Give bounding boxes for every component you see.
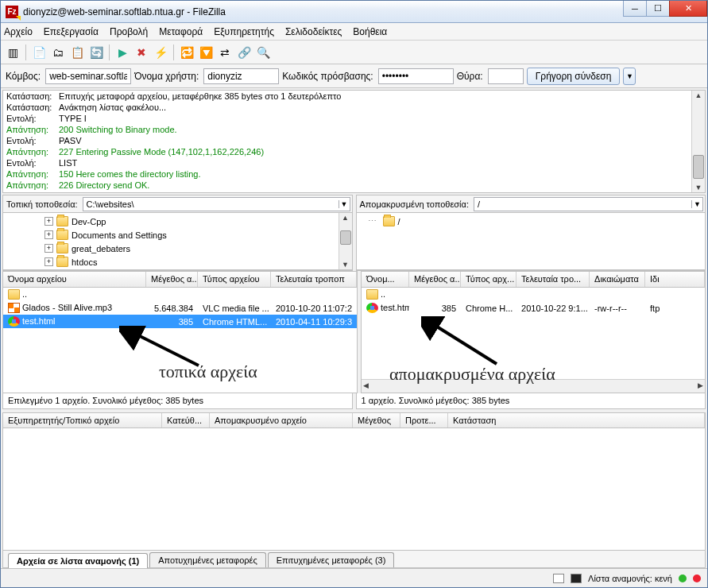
reconnect-icon[interactable]: 🔁 [178,44,195,61]
quickconnect-button[interactable]: Γρήγορη σύνδεση [527,68,621,85]
list-row[interactable]: test.html385Chrome H...2010-10-22 9:1...… [362,301,705,315]
minimize-button[interactable]: ─ [623,1,647,17]
log-line: Απάντηση:226 Directory send OK. [3,180,705,191]
tree-item[interactable]: +Documents and Settings [44,228,349,242]
quickconnect-bar: Κόμβος: Όνομα χρήστη: Κωδικός πρόσβασης:… [1,64,707,88]
local-pane: Τοπική τοποθεσία: C:\websites\ ▼ +Dev-Cp… [2,195,353,271]
host-label: Κόμβος: [6,71,41,82]
log-line: Εντολή:TYPE I [3,113,705,124]
tab-success[interactable]: Επιτυχημένες μεταφορές (3) [268,552,395,567]
toolbar: ▥ 📄 🗂 📋 🔄 ▶ ✖ ⚡ 🔁 🔽 ⇄ 🔗 🔍 [1,41,707,64]
toggle-queue-icon[interactable]: 📋 [68,44,86,61]
tab-queued[interactable]: Αρχεία σε λίστα αναμονής (1) [8,553,148,568]
toggle-log-icon[interactable]: 📄 [30,44,48,61]
tab-failed[interactable]: Αποτυχημένες μεταφορές [149,552,266,567]
local-status: Επιλεγμένο 1 αρχείο. Συνολικό μέγεθος: 3… [2,393,353,409]
tree-item[interactable]: +Dev-Cpp [44,215,349,228]
app-icon: Fz [6,6,18,18]
queue-header[interactable]: Εξυπηρετητής/Τοπικό αρχείο Κατεύθ... Απο… [2,412,706,428]
log-line: Κατάσταση:Λίστα φακέλου επιτυχής [3,191,705,193]
remote-path-input[interactable]: / ▼ [474,197,703,211]
user-label: Όνομα χρήστη: [134,71,199,82]
queue-tabs: Αρχεία σε λίστα αναμονής (1) Αποτυχημένε… [2,551,706,568]
compare-icon[interactable]: ⇄ [216,44,234,61]
activity-indicator-recv [679,574,687,582]
log-line: Απάντηση:227 Entering Passive Mode (147,… [3,146,705,157]
disconnect-icon[interactable]: ⚡ [152,44,169,61]
activity-indicator-send [693,574,701,582]
expand-icon[interactable]: + [44,257,53,266]
menu-view[interactable]: Προβολή [110,26,148,37]
menu-bookmarks[interactable]: Σελιδοδείκτες [285,26,342,37]
remote-pane: Απομακρυσμένη τοποθεσία: / ▼ ⋯ / [356,195,706,271]
log-pane: Κατάσταση:Επιτυχής μεταφορά αρχείου, μετ… [2,90,706,193]
pass-input[interactable] [378,68,454,84]
toggle-tree-icon[interactable]: 🗂 [49,44,67,61]
sync-icon[interactable]: 🔗 [235,44,253,61]
window-buttons: ─ ☐ ✕ [624,1,707,17]
queue-status-text: Λίστα αναμονής: κενή [588,574,672,583]
local-list-header[interactable]: Όνομα αρχείου Μέγεθος α... Τύπος αρχείου… [3,272,357,288]
list-row[interactable]: .. [362,288,705,301]
port-label: Θύρα: [457,71,483,82]
close-button[interactable]: ✕ [669,1,707,17]
log-line: Απάντηση:150 Here comes the directory li… [3,168,705,180]
folder-icon [56,257,68,267]
folder-icon [56,243,68,253]
quickconnect-dropdown[interactable]: ▼ [623,68,636,85]
menu-file[interactable]: Αρχείο [4,26,33,37]
remote-root[interactable]: ⋯ / [368,215,702,228]
log-line: Εντολή:PASV [3,135,705,146]
folder-icon [56,230,68,240]
menu-server[interactable]: Εξυπηρετητής [214,26,274,37]
binary-icon [571,574,582,583]
local-filelist: Όνομα αρχείου Μέγεθος α... Τύπος αρχείου… [2,271,358,393]
list-row[interactable]: .. [3,288,357,301]
tree-item[interactable]: +htdocs [44,255,349,269]
remote-tree[interactable]: ⋯ / [357,213,706,270]
remote-list-header[interactable]: Όνομ... Μέγεθος α... Τύπος αρχ... Τελευτ… [362,272,705,288]
remote-hscrollbar[interactable] [362,379,705,393]
remote-status: 1 αρχείο. Συνολικό μέγεθος: 385 bytes [356,393,706,409]
queue-body[interactable] [2,428,706,551]
menu-transfer[interactable]: Μεταφορά [159,26,203,37]
titlebar: Fz dionyziz@web-seminar.softlab.ntua.gr … [1,1,707,23]
local-path-label: Τοπική τοποθεσία: [3,199,81,209]
list-row[interactable]: Glados - Still Alive.mp35.648.384VLC med… [3,301,357,315]
local-path-input[interactable]: C:\websites\ ▼ [83,197,350,211]
expand-icon[interactable]: + [44,217,53,226]
process-queue-icon[interactable]: ▶ [114,44,131,61]
menu-edit[interactable]: Επεξεργασία [44,26,99,37]
log-line: Απάντηση:200 Switching to Binary mode. [3,124,705,135]
host-input[interactable] [45,68,131,84]
remote-filelist: Όνομ... Μέγεθος α... Τύπος αρχ... Τελευτ… [361,271,706,393]
log-scrollbar[interactable] [691,91,705,192]
log-line: Κατάσταση:Ανάκτηση λίστας φακέλου... [3,102,705,113]
tree-item[interactable]: +great_debaters [44,242,349,255]
encryption-icon [553,574,564,583]
remote-path-label: Απομακρυσμένη τοποθεσία: [357,199,472,209]
port-input[interactable] [488,68,524,84]
user-input[interactable] [203,68,279,84]
menu-help[interactable]: Βοήθεια [353,26,387,37]
refresh-icon[interactable]: 🔄 [87,44,105,61]
log-line: Κατάσταση:Επιτυχής μεταφορά αρχείου, μετ… [3,91,705,102]
file-icon [8,289,20,300]
menubar: Αρχείο Επεξεργασία Προβολή Μεταφορά Εξυπ… [1,23,707,41]
list-row[interactable]: test.html385Chrome HTML...2010-04-11 10:… [3,315,357,328]
sitemanager-icon[interactable]: ▥ [4,44,21,61]
pass-label: Κωδικός πρόσβασης: [282,71,373,82]
maximize-button[interactable]: ☐ [646,1,670,17]
statusbar: Λίστα αναμονής: κενή [1,568,707,587]
expand-icon[interactable]: + [44,244,53,253]
search-icon[interactable]: 🔍 [254,44,272,61]
local-tree[interactable]: +Dev-Cpp+Documents and Settings+great_de… [3,213,352,270]
expand-icon[interactable]: + [44,230,53,239]
local-tree-scrollbar[interactable] [339,213,352,269]
filter-icon[interactable]: 🔽 [197,44,215,61]
file-icon [366,303,378,313]
folder-icon [383,216,395,226]
cancel-icon[interactable]: ✖ [133,44,150,61]
file-icon [8,316,20,327]
window-title: dionyziz@web-seminar.softlab.ntua.gr - F… [23,6,226,17]
